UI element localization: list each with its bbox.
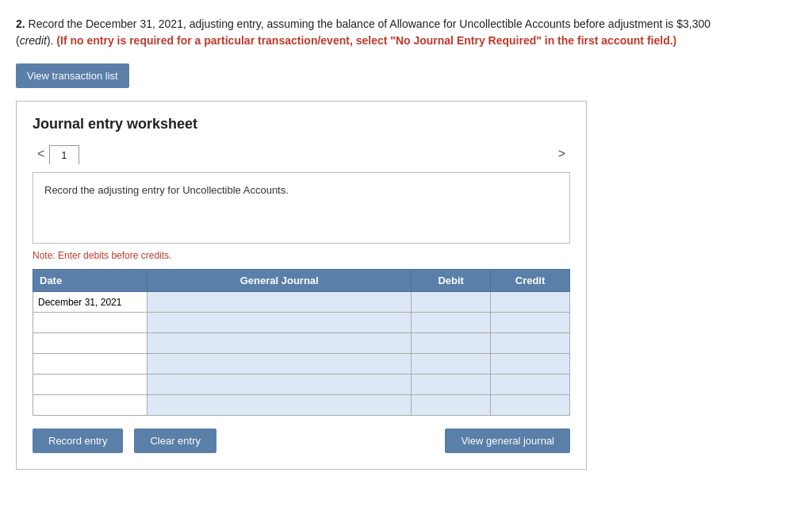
problem-number: 2. xyxy=(16,17,25,30)
debit-input[interactable] xyxy=(412,354,490,374)
journal-input[interactable] xyxy=(147,354,411,374)
debit-input[interactable] xyxy=(412,333,490,353)
table-row xyxy=(33,375,570,395)
col-header-debit: Debit xyxy=(412,270,491,292)
debit-input[interactable] xyxy=(412,375,490,394)
journal-entry-worksheet: Journal entry worksheet < 1 > Record the… xyxy=(16,101,587,470)
problem-text-normal2: ). xyxy=(47,34,56,47)
credit-input[interactable] xyxy=(491,354,569,374)
credit-input[interactable] xyxy=(491,313,569,332)
col-header-credit: Credit xyxy=(491,270,570,292)
date-input[interactable] xyxy=(33,375,147,394)
journal-input[interactable] xyxy=(147,395,411,415)
journal-entry-table: Date General Journal Debit Credit xyxy=(33,269,570,416)
entry-note: Note: Enter debits before credits. xyxy=(33,250,570,261)
table-row xyxy=(33,333,570,354)
credit-input[interactable] xyxy=(491,395,569,415)
credit-input[interactable] xyxy=(491,292,569,312)
journal-input[interactable] xyxy=(147,292,411,312)
problem-italic: credit xyxy=(20,34,47,47)
journal-input[interactable] xyxy=(147,375,411,394)
prev-tab-arrow[interactable]: < xyxy=(33,144,49,164)
journal-input[interactable] xyxy=(147,333,411,353)
journal-input[interactable] xyxy=(147,313,411,332)
debit-input[interactable] xyxy=(412,313,490,332)
next-tab-arrow[interactable]: > xyxy=(553,144,570,164)
tab-navigation: < 1 > xyxy=(33,144,570,164)
entry-description: Record the adjusting entry for Uncollect… xyxy=(33,172,570,244)
debit-input[interactable] xyxy=(412,292,490,312)
bottom-buttons: Record entry Clear entry View general jo… xyxy=(33,428,570,453)
tab-number[interactable]: 1 xyxy=(49,145,79,164)
credit-input[interactable] xyxy=(491,375,569,394)
problem-bold-red: (If no entry is required for a particula… xyxy=(56,34,676,47)
date-input[interactable] xyxy=(33,333,147,353)
clear-entry-button[interactable]: Clear entry xyxy=(134,428,216,453)
col-header-journal: General Journal xyxy=(147,270,412,292)
table-row xyxy=(33,313,570,333)
date-input[interactable] xyxy=(33,354,147,374)
debit-input[interactable] xyxy=(412,395,490,415)
table-row xyxy=(33,292,570,313)
view-transaction-button[interactable]: View transaction list xyxy=(16,63,129,88)
worksheet-title: Journal entry worksheet xyxy=(33,116,570,133)
col-header-date: Date xyxy=(33,270,147,292)
date-input[interactable] xyxy=(33,395,147,415)
table-row xyxy=(33,395,570,416)
date-input[interactable] xyxy=(33,292,147,312)
view-general-journal-button[interactable]: View general journal xyxy=(445,428,570,453)
credit-input[interactable] xyxy=(491,333,569,353)
date-input[interactable] xyxy=(33,313,147,332)
problem-statement: 2. Record the December 31, 2021, adjusti… xyxy=(16,16,730,49)
record-entry-button[interactable]: Record entry xyxy=(33,428,123,453)
table-row xyxy=(33,354,570,375)
